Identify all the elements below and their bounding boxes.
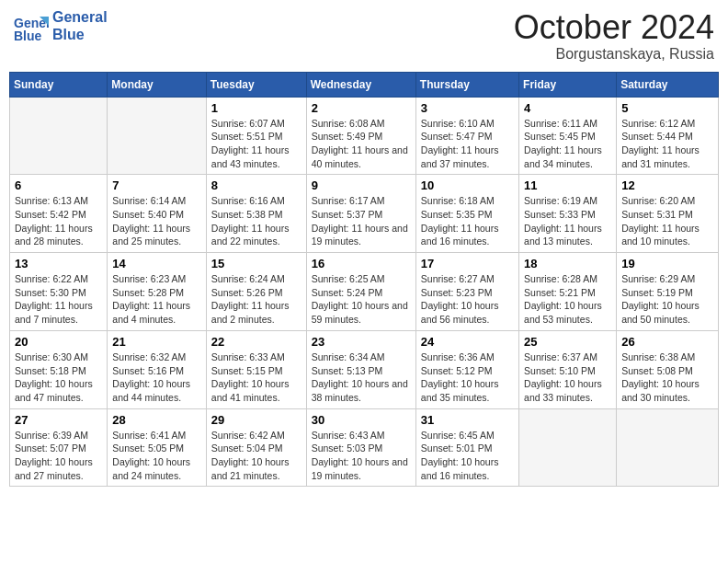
calendar-cell: 21Sunrise: 6:32 AMSunset: 5:16 PMDayligh… xyxy=(108,330,206,408)
day-info: Sunrise: 6:20 AMSunset: 5:31 PMDaylight:… xyxy=(621,194,713,248)
calendar-cell xyxy=(519,408,617,487)
day-number: 20 xyxy=(15,335,102,349)
title-area: October 2024 Borgustanskaya, Russia xyxy=(514,9,714,63)
col-header-friday: Friday xyxy=(519,72,617,97)
day-info: Sunrise: 6:29 AMSunset: 5:19 PMDaylight:… xyxy=(621,272,713,327)
calendar-cell: 20Sunrise: 6:30 AMSunset: 5:18 PMDayligh… xyxy=(10,330,108,408)
week-row-4: 20Sunrise: 6:30 AMSunset: 5:18 PMDayligh… xyxy=(10,330,719,408)
logo: General Blue General Blue xyxy=(14,9,108,44)
day-number: 8 xyxy=(211,178,301,192)
calendar-header: SundayMondayTuesdayWednesdayThursdayFrid… xyxy=(10,72,719,97)
calendar-cell: 29Sunrise: 6:42 AMSunset: 5:04 PMDayligh… xyxy=(206,408,306,487)
day-number: 11 xyxy=(524,178,611,192)
day-info: Sunrise: 6:25 AMSunset: 5:24 PMDaylight:… xyxy=(312,272,411,327)
week-row-1: 1Sunrise: 6:07 AMSunset: 5:51 PMDaylight… xyxy=(10,97,719,175)
col-header-sunday: Sunday xyxy=(10,72,108,97)
calendar-cell: 6Sunrise: 6:13 AMSunset: 5:42 PMDaylight… xyxy=(10,175,108,253)
calendar-cell xyxy=(108,97,206,175)
day-info: Sunrise: 6:17 AMSunset: 5:37 PMDaylight:… xyxy=(312,194,411,248)
col-header-wednesday: Wednesday xyxy=(306,72,415,97)
calendar-cell: 18Sunrise: 6:28 AMSunset: 5:21 PMDayligh… xyxy=(519,253,617,331)
col-header-monday: Monday xyxy=(108,72,206,97)
day-number: 6 xyxy=(15,178,102,192)
day-number: 19 xyxy=(621,257,713,270)
day-info: Sunrise: 6:37 AMSunset: 5:10 PMDaylight:… xyxy=(524,350,611,405)
day-number: 17 xyxy=(421,257,514,270)
week-row-2: 6Sunrise: 6:13 AMSunset: 5:42 PMDaylight… xyxy=(10,175,719,253)
calendar-cell: 30Sunrise: 6:43 AMSunset: 5:03 PMDayligh… xyxy=(306,408,415,487)
day-info: Sunrise: 6:45 AMSunset: 5:01 PMDaylight:… xyxy=(421,429,514,483)
day-info: Sunrise: 6:36 AMSunset: 5:12 PMDaylight:… xyxy=(421,350,514,405)
day-number: 5 xyxy=(621,101,713,115)
calendar-cell: 14Sunrise: 6:23 AMSunset: 5:28 PMDayligh… xyxy=(108,253,206,331)
calendar-cell: 23Sunrise: 6:34 AMSunset: 5:13 PMDayligh… xyxy=(306,330,415,408)
calendar-cell: 8Sunrise: 6:16 AMSunset: 5:38 PMDaylight… xyxy=(206,175,306,253)
calendar-cell: 9Sunrise: 6:17 AMSunset: 5:37 PMDaylight… xyxy=(306,175,415,253)
calendar-table: SundayMondayTuesdayWednesdayThursdayFrid… xyxy=(9,72,719,488)
col-header-thursday: Thursday xyxy=(415,72,518,97)
day-number: 4 xyxy=(524,101,611,115)
logo-blue: Blue xyxy=(52,27,85,42)
calendar-cell: 27Sunrise: 6:39 AMSunset: 5:07 PMDayligh… xyxy=(10,408,108,487)
calendar-cell: 24Sunrise: 6:36 AMSunset: 5:12 PMDayligh… xyxy=(415,330,518,408)
logo-icon: General Blue xyxy=(14,9,49,44)
day-number: 3 xyxy=(421,101,514,115)
day-number: 23 xyxy=(312,335,411,349)
calendar-body: 1Sunrise: 6:07 AMSunset: 5:51 PMDaylight… xyxy=(10,97,719,487)
day-info: Sunrise: 6:07 AMSunset: 5:51 PMDaylight:… xyxy=(211,117,301,171)
day-number: 18 xyxy=(524,257,611,270)
day-info: Sunrise: 6:14 AMSunset: 5:40 PMDaylight:… xyxy=(112,194,200,248)
day-number: 14 xyxy=(112,257,200,270)
day-info: Sunrise: 6:30 AMSunset: 5:18 PMDaylight:… xyxy=(15,350,102,405)
day-number: 27 xyxy=(15,413,102,427)
day-info: Sunrise: 6:43 AMSunset: 5:03 PMDaylight:… xyxy=(312,429,411,483)
day-number: 30 xyxy=(312,413,411,427)
day-number: 9 xyxy=(312,178,411,192)
calendar-cell: 15Sunrise: 6:24 AMSunset: 5:26 PMDayligh… xyxy=(206,253,306,331)
day-info: Sunrise: 6:11 AMSunset: 5:45 PMDaylight:… xyxy=(524,117,611,171)
calendar-cell: 4Sunrise: 6:11 AMSunset: 5:45 PMDaylight… xyxy=(519,97,617,175)
day-number: 1 xyxy=(211,101,301,115)
day-info: Sunrise: 6:27 AMSunset: 5:23 PMDaylight:… xyxy=(421,272,514,327)
day-info: Sunrise: 6:33 AMSunset: 5:15 PMDaylight:… xyxy=(211,350,301,405)
calendar-cell: 26Sunrise: 6:38 AMSunset: 5:08 PMDayligh… xyxy=(617,330,719,408)
logo-text: General Blue xyxy=(52,9,108,43)
calendar-cell: 5Sunrise: 6:12 AMSunset: 5:44 PMDaylight… xyxy=(617,97,719,175)
day-number: 15 xyxy=(211,257,301,270)
week-row-3: 13Sunrise: 6:22 AMSunset: 5:30 PMDayligh… xyxy=(10,253,719,331)
header-row: SundayMondayTuesdayWednesdayThursdayFrid… xyxy=(10,72,719,97)
calendar-cell: 1Sunrise: 6:07 AMSunset: 5:51 PMDaylight… xyxy=(206,97,306,175)
day-number: 24 xyxy=(421,335,514,349)
day-number: 13 xyxy=(15,257,102,270)
day-info: Sunrise: 6:24 AMSunset: 5:26 PMDaylight:… xyxy=(211,272,301,327)
calendar-cell: 25Sunrise: 6:37 AMSunset: 5:10 PMDayligh… xyxy=(519,330,617,408)
svg-text:Blue: Blue xyxy=(14,29,42,43)
col-header-tuesday: Tuesday xyxy=(206,72,306,97)
day-info: Sunrise: 6:28 AMSunset: 5:21 PMDaylight:… xyxy=(524,272,611,327)
day-info: Sunrise: 6:39 AMSunset: 5:07 PMDaylight:… xyxy=(15,429,102,483)
day-info: Sunrise: 6:19 AMSunset: 5:33 PMDaylight:… xyxy=(524,194,611,248)
day-number: 26 xyxy=(621,335,713,349)
day-number: 31 xyxy=(421,413,514,427)
calendar-cell: 16Sunrise: 6:25 AMSunset: 5:24 PMDayligh… xyxy=(306,253,415,331)
day-info: Sunrise: 6:34 AMSunset: 5:13 PMDaylight:… xyxy=(312,350,411,405)
day-info: Sunrise: 6:18 AMSunset: 5:35 PMDaylight:… xyxy=(421,194,514,248)
day-number: 21 xyxy=(112,335,200,349)
calendar-cell: 22Sunrise: 6:33 AMSunset: 5:15 PMDayligh… xyxy=(206,330,306,408)
day-info: Sunrise: 6:41 AMSunset: 5:05 PMDaylight:… xyxy=(112,429,200,483)
calendar-cell: 12Sunrise: 6:20 AMSunset: 5:31 PMDayligh… xyxy=(617,175,719,253)
day-number: 22 xyxy=(211,335,301,349)
calendar-cell: 2Sunrise: 6:08 AMSunset: 5:49 PMDaylight… xyxy=(306,97,415,175)
day-number: 12 xyxy=(621,178,713,192)
week-row-5: 27Sunrise: 6:39 AMSunset: 5:07 PMDayligh… xyxy=(10,408,719,487)
calendar-cell: 13Sunrise: 6:22 AMSunset: 5:30 PMDayligh… xyxy=(10,253,108,331)
calendar-cell: 19Sunrise: 6:29 AMSunset: 5:19 PMDayligh… xyxy=(617,253,719,331)
page-header: General Blue General Blue October 2024 B… xyxy=(9,9,719,63)
day-number: 29 xyxy=(211,413,301,427)
location: Borgustanskaya, Russia xyxy=(514,46,714,63)
day-number: 7 xyxy=(112,178,200,192)
day-number: 16 xyxy=(312,257,411,270)
day-number: 28 xyxy=(112,413,200,427)
day-info: Sunrise: 6:12 AMSunset: 5:44 PMDaylight:… xyxy=(621,117,713,171)
month-title: October 2024 xyxy=(514,9,714,46)
